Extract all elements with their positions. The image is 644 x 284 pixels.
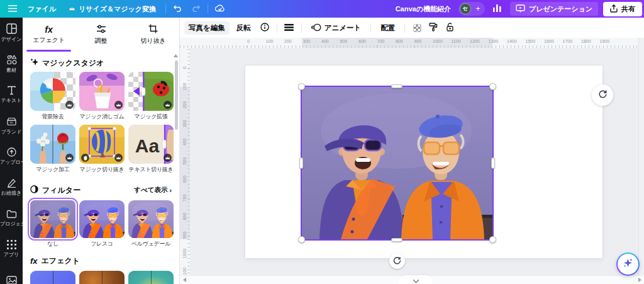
magic-grab-thumb[interactable]	[79, 125, 125, 164]
magic-assistant-inner	[618, 254, 638, 275]
effects-grid	[30, 271, 173, 284]
cloud-save-status-button[interactable]	[213, 2, 228, 16]
info-button[interactable]	[258, 21, 272, 35]
magic-edit-thumb[interactable]	[30, 125, 75, 164]
tab-crop[interactable]: 切り抜き	[127, 18, 179, 52]
resize-handle-w[interactable]	[299, 157, 303, 169]
filters-see-all-link[interactable]: すべて表示 ›	[134, 186, 173, 195]
presentation-button[interactable]: プレゼンテーション	[510, 2, 598, 16]
see-all-label: すべて表示	[134, 186, 167, 195]
resize-handle-s[interactable]	[391, 238, 402, 242]
effect-thumb-glow[interactable]	[128, 271, 174, 284]
edit-photo-button[interactable]: 写真を編集	[184, 21, 230, 35]
h-ruler-tick-label: 1300	[489, 39, 499, 43]
share-label: 共有	[621, 4, 635, 14]
fx-icon: fx	[45, 25, 52, 34]
sidebar-item-apps[interactable]: アプリ	[0, 234, 23, 264]
canvas-area: 写真を編集 反転 アニメート 配置	[180, 18, 644, 284]
resize-magic-button[interactable]: リサイズ＆マジック変換	[64, 2, 161, 16]
sidebar-item-uploads[interactable]: アップロード	[0, 141, 23, 172]
bg-remove-thumb[interactable]	[30, 72, 75, 111]
sidebar-item-draw[interactable]: お絵描き	[0, 172, 23, 203]
undo-button[interactable]	[170, 2, 186, 16]
h-ruler-tick-label: 800	[396, 39, 403, 43]
panel-scrollbar[interactable]	[175, 60, 178, 130]
flip-button[interactable]: 反転	[232, 21, 255, 35]
design-icon	[6, 23, 17, 34]
adjust-lines-button[interactable]	[282, 21, 296, 35]
top-bar-left: ファイル リサイズ＆マジック変換	[0, 2, 228, 16]
flip-label: 反転	[236, 23, 251, 33]
add-member-button[interactable]: +	[472, 3, 484, 14]
collapse-bottom-tab[interactable]	[399, 275, 433, 284]
topbar-divider	[165, 4, 166, 13]
resize-handle-sw[interactable]	[298, 236, 305, 243]
aa-sample-text: Aa	[135, 135, 160, 156]
paint-roller-icon	[429, 23, 438, 33]
sidebar-item-projects[interactable]: プロジェクト	[0, 203, 23, 234]
tab-adjust[interactable]: 調整	[75, 18, 127, 52]
effect-thumb-texture[interactable]	[79, 271, 125, 284]
toolbar-divider	[404, 23, 405, 33]
redo-button[interactable]	[188, 2, 203, 16]
h-ruler-tick-label: 1700	[563, 39, 573, 43]
avatar[interactable]: セ	[460, 3, 471, 14]
lock-button[interactable]	[443, 21, 457, 35]
effect-thumb-shadow[interactable]	[30, 271, 75, 284]
tab-label: エフェクト	[33, 36, 65, 45]
resize-handle-nw[interactable]	[298, 83, 305, 90]
assistant-sparkle-icon	[623, 258, 633, 271]
file-menu-label: ファイル	[28, 4, 56, 14]
scroll-right-arrow[interactable]	[635, 276, 644, 284]
text-grab-thumb[interactable]: Aa	[128, 125, 174, 164]
info-icon	[260, 23, 269, 33]
sidebar-item-design[interactable]: デザイン	[0, 18, 23, 48]
selected-photo[interactable]	[302, 87, 492, 239]
top-bar-right: Canvaの機能紹介 セ + プレゼンテーション 共有	[396, 2, 644, 16]
position-button[interactable]: 配置	[376, 21, 399, 35]
top-bar: ファイル リサイズ＆マジック変換	[0, 0, 644, 18]
toolbar-divider	[301, 23, 302, 33]
sidebar-item-elements[interactable]: 素材	[0, 48, 23, 79]
pro-crown-badge	[114, 154, 123, 162]
filter-fresco-thumb[interactable]	[79, 200, 125, 238]
h-ruler-tick-label: 700	[377, 39, 385, 43]
panel-scroll-up-arrow[interactable]	[173, 53, 179, 59]
resize-handle-n[interactable]	[391, 84, 402, 88]
h-ruler-tick-label: 1000	[433, 39, 443, 43]
transparency-button[interactable]	[410, 21, 424, 35]
filters-grid: なし フレスコ ベルヴェデール	[30, 200, 173, 247]
resize-handle-ne[interactable]	[489, 83, 496, 90]
tab-effects[interactable]: fx エフェクト	[23, 18, 75, 52]
horizontal-ruler: 0100200300400500600700800900100011001200…	[180, 38, 644, 48]
main-menu-button[interactable]	[5, 2, 20, 16]
regenerate-button[interactable]	[592, 84, 613, 106]
filter-none-thumb[interactable]	[30, 200, 75, 238]
rotate-handle[interactable]	[389, 253, 405, 269]
magic-assistant-button[interactable]	[616, 253, 640, 276]
h-ruler-tick-label: 600	[358, 39, 366, 43]
share-button[interactable]: 共有	[603, 2, 642, 16]
animate-button[interactable]: アニメート	[307, 21, 366, 35]
scroll-left-arrow[interactable]	[180, 276, 189, 284]
file-menu-button[interactable]: ファイル	[23, 2, 61, 16]
insights-button[interactable]	[490, 2, 505, 16]
resize-handle-e[interactable]	[491, 157, 495, 169]
sidebar-item-brand[interactable]: co. ブランド	[0, 110, 23, 141]
magic-eraser-thumb[interactable]	[79, 72, 125, 111]
sidebar-item-label: お絵描き	[1, 190, 21, 196]
v-ruler-tick-label: 800	[182, 212, 187, 222]
sidebar-item-photos[interactable]	[0, 264, 23, 284]
sidebar-item-text[interactable]: テキスト	[0, 79, 23, 110]
magic-expand-thumb[interactable]	[128, 72, 174, 111]
v-ruler-tick-label: 500	[182, 156, 187, 166]
v-ruler-tick-label: 300	[182, 118, 187, 128]
promo-link[interactable]: Canvaの機能紹介	[396, 4, 451, 14]
sidebar-item-label: アプリ	[4, 251, 19, 258]
resize-handle-se[interactable]	[489, 236, 496, 243]
vertical-scrollbar-track[interactable]	[638, 38, 644, 275]
undo-icon	[174, 4, 182, 13]
magic-studio-grid: 背景除去	[30, 72, 173, 173]
filter-belvedere-thumb[interactable]	[128, 200, 174, 238]
copy-style-button[interactable]	[426, 21, 440, 35]
